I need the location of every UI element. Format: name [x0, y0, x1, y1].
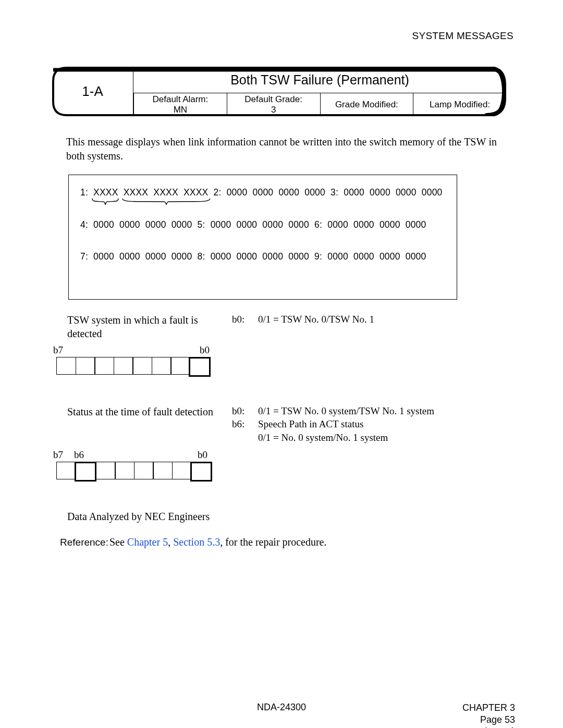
bit-cell — [172, 462, 192, 479]
page: SYSTEM MESSAGES 1-A Both TSW Failure (Pe… — [0, 0, 563, 728]
bit-cell — [153, 462, 173, 479]
bit-b0-label: b0 — [200, 344, 210, 356]
message-code: 1-A — [52, 67, 133, 116]
bit-b0-label: b0 — [198, 449, 207, 461]
bit-cell — [76, 357, 95, 375]
page-number: Page 53 — [462, 714, 515, 726]
intro-paragraph: This message displays when link informat… — [66, 135, 497, 163]
bit-meaning: Speech Path in ACT status — [258, 418, 363, 430]
label: Default Grade: — [244, 94, 302, 105]
data-row: 7: 0000 0000 0000 0000 8: 0000 0000 0000… — [80, 252, 445, 262]
bit-b7-label: b7 — [53, 449, 63, 461]
issue-number: Issue 1 — [462, 725, 515, 728]
bit-cell — [56, 462, 76, 479]
value: 3 — [271, 105, 276, 115]
default-grade-cell: Default Grade: 3 — [227, 93, 320, 116]
underbrace-icon — [122, 198, 211, 205]
bit-index-labels: b7 b6 b0 — [53, 449, 210, 461]
text: , — [168, 536, 173, 548]
message-title-card: 1-A Both TSW Failure (Permanent) Default… — [52, 67, 506, 116]
data-dump-box: 1: XXXX XXXX XXXX XXXX 2: 0000 0000 0000… — [68, 175, 457, 300]
bit-b6-label: b6 — [74, 449, 84, 461]
reference-link[interactable]: Section 5.3 — [173, 536, 220, 548]
underbrace-icon — [92, 198, 119, 205]
reference-label: Reference: — [60, 537, 108, 548]
bit-cell — [96, 462, 116, 479]
field-label: Status at the time of fault detection — [67, 405, 232, 418]
value: MN — [174, 105, 187, 115]
bit-cell — [132, 357, 152, 375]
bit-cell — [134, 462, 154, 479]
field-section: TSW system in which a fault is detected … — [67, 313, 519, 340]
bit-key: b0: — [232, 313, 249, 326]
byte-diagram — [56, 462, 519, 482]
field-description: b0:0/1 = TSW No. 0/TSW No. 1 — [232, 313, 374, 327]
bit-meaning: 0/1 = TSW No. 0 system/TSW No. 1 system — [258, 405, 434, 417]
text: See — [109, 536, 127, 548]
reference-line: Reference:See Chapter 5, Section 5.3, fo… — [60, 536, 519, 548]
bit-cell — [170, 357, 190, 375]
bit-meaning: 0/1 = No. 0 system/No. 1 system — [258, 431, 388, 444]
field-description: b0:0/1 = TSW No. 0 system/TSW No. 1 syst… — [232, 405, 434, 445]
label: Lamp Modified: — [430, 100, 490, 110]
bit-b7-label: b7 — [53, 344, 63, 356]
bit-key: b6: — [232, 418, 249, 430]
bit-cell — [114, 357, 133, 375]
chapter-label: CHAPTER 3 — [462, 702, 515, 714]
byte-diagram — [56, 357, 519, 377]
label: Grade Modified: — [335, 100, 398, 110]
bit-cell-highlight — [75, 462, 96, 482]
bit-meaning: 0/1 = TSW No. 0/TSW No. 1 — [258, 313, 374, 326]
bit-cell — [115, 462, 134, 479]
reference-link[interactable]: Chapter 5 — [127, 536, 168, 548]
bit-key — [232, 431, 249, 444]
lamp-modified-cell: Lamp Modified: — [413, 93, 506, 116]
bit-index-labels: b7 b0 — [53, 344, 210, 356]
analyzed-note: Data Analyzed by NEC Engineers — [67, 511, 519, 523]
field-label: TSW system in which a fault is detected — [67, 313, 232, 340]
grade-modified-cell: Grade Modified: — [320, 93, 413, 116]
bit-cell-highlight — [190, 462, 212, 482]
bit-key: b0: — [232, 405, 249, 417]
bit-cell-highlight — [189, 357, 211, 377]
message-title: Both TSW Failure (Permanent) — [133, 67, 506, 93]
bit-cell — [56, 357, 76, 375]
running-header: SYSTEM MESSAGES — [412, 30, 513, 42]
text: , for the repair procedure. — [220, 536, 326, 548]
default-alarm-cell: Default Alarm: MN — [133, 93, 227, 116]
doc-number: NDA-24300 — [257, 702, 306, 713]
bit-cell — [94, 357, 114, 375]
data-row: 4: 0000 0000 0000 0000 5: 0000 0000 0000… — [80, 220, 445, 230]
data-row: 1: XXXX XXXX XXXX XXXX 2: 0000 0000 0000… — [80, 188, 445, 198]
label: Default Alarm: — [152, 94, 208, 105]
field-section: Status at the time of fault detection b0… — [67, 405, 519, 445]
bit-cell — [152, 357, 172, 375]
